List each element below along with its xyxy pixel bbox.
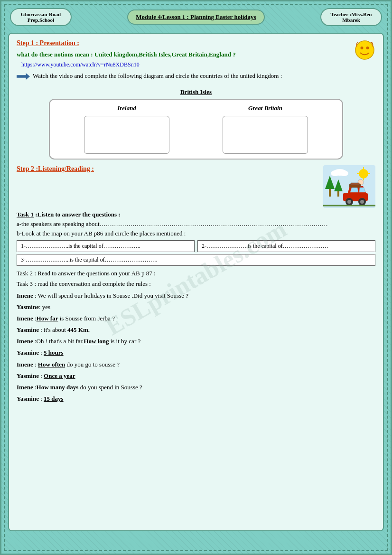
step1-left: Step 1 : Presentation : what do these no… [17,39,354,85]
teacher-line2: Mbarek [327,17,375,23]
diagram-col-ireland: Ireland [65,104,189,154]
svg-point-4 [359,169,368,179]
line-b: b-Look at the map on your AB p86 and cir… [17,230,375,237]
step1-top-row: Step 1 : Presentation : what do these no… [17,39,375,85]
conversation-line: Imene : We will spend our holidays in So… [17,291,375,301]
svg-point-10 [331,170,339,176]
conversation-line: Yasmine : it's about 445 Km. [17,325,375,335]
conversation-line: Yasmine : 15 days [17,394,375,404]
capital-cell-2: 2-………………….is the capital of…………………… [197,240,375,252]
line-a: a-the speakers are speaking about…………………… [17,220,375,228]
task1-text: :Listen to answer the questions : [34,211,121,218]
step2-heading: Step 2 :Listening/Reading : [17,165,318,173]
diagram-section: British Isles Ireland Great Britain [17,88,375,160]
content-area: Step 1 : Presentation : what do these no… [8,33,384,531]
task1-heading: Task 1 :Listen to answer the questions : [17,211,375,218]
task2-text: : Read to answer the questions on your A… [33,270,156,277]
step2-header-row: Step 2 :Listening/Reading : [17,165,375,208]
conversation-line: Imene :Oh ! that's a bit far.How long is… [17,336,375,347]
conversation-line: Imene :How far is Sousse from Jerba ? [17,313,375,324]
capital-row2-wrapper: 3-…………………...is the capital of………………………. [17,254,375,266]
emoji-icon [354,39,375,61]
car-illustration [323,165,375,208]
highlight-text: How long [84,338,109,345]
conversation-line: Imene :How many days do you spend in Sou… [17,382,375,393]
header: Ghorrassan-Road Prep.School Module 4/Les… [6,6,386,28]
task2-label: Task 2 [17,270,33,277]
svg-point-1 [361,47,364,49]
diagram-title: British Isles [180,88,212,96]
task3-heading: Task 3 : read the conversation and compl… [17,280,375,288]
conversation-line: Yasmine : 5 hours [17,348,375,358]
step1-url: https://www.youtube.com/watch?v=rNu8XDBS… [17,61,354,68]
svg-rect-26 [351,183,359,185]
capital-boxes: 1-…………………..is the capital of……………….. 2-…… [17,240,375,266]
header-title: Module 4/Lesson 1 : Planning Easter holi… [127,9,264,25]
ireland-title: Ireland [117,104,136,112]
diagram-col-gb: Great Britain [203,104,328,154]
highlight-text: 15 days [44,395,64,402]
svg-point-2 [366,47,369,49]
ireland-box [84,116,169,154]
school-line2: Prep.School [17,17,65,23]
task3-label: Task 3 [17,280,33,287]
header-teacher: Teacher :Miss.Ben Mbarek [320,8,382,26]
highlight-text: How many days [37,384,79,391]
svg-rect-12 [329,188,331,197]
gb-title: Great Britain [248,104,282,112]
capital-row1: 1-…………………..is the capital of……………….. 2-…… [17,240,375,252]
task1-label: Task 1 [17,211,34,218]
conversation-line: Yasmine: yes [17,302,375,312]
task2-heading: Task 2 : Read to answer the questions on… [17,270,375,277]
teacher-line1: Teacher :Miss.Ben [327,11,375,17]
conversation-line: Imene : How often do you go to sousse ? [17,359,375,370]
highlight-text: 5 hours [44,349,64,356]
svg-point-23 [360,200,364,204]
watch-line: Watch the video and complete the followi… [17,72,354,80]
highlight-text: How far [37,315,58,322]
watch-text: Watch the video and complete the followi… [33,72,282,80]
step1-question: what do these notions mean : United king… [17,51,354,58]
capital-cell-3: 3-…………………...is the capital of………………………. [17,254,375,266]
conversation-line: Yasmine : Once a year [17,371,375,381]
school-line1: Ghorrassan-Road [17,11,65,17]
svg-point-0 [355,41,374,59]
capital-cell-1: 1-…………………..is the capital of……………….. [17,240,195,252]
svg-point-21 [347,200,351,204]
step1-heading: Step 1 : Presentation : [17,39,354,47]
task3-text: : read the conversation and complete the… [33,280,151,287]
header-school: Ghorrassan-Road Prep.School [10,8,72,26]
page: Ghorrassan-Road Prep.School Module 4/Les… [0,0,392,555]
gb-box [223,116,308,154]
svg-marker-18 [350,188,358,192]
svg-point-11 [340,170,348,176]
diagram-box: Ireland Great Britain [49,99,343,160]
conversation: Imene : We will spend our holidays in So… [17,291,375,404]
arrow-icon [17,73,30,80]
highlight-text: Once a year [44,372,75,379]
highlight-text: 445 Km. [67,326,90,333]
highlight-text: How often [38,361,65,368]
step2-left: Step 2 :Listening/Reading : [17,165,318,177]
